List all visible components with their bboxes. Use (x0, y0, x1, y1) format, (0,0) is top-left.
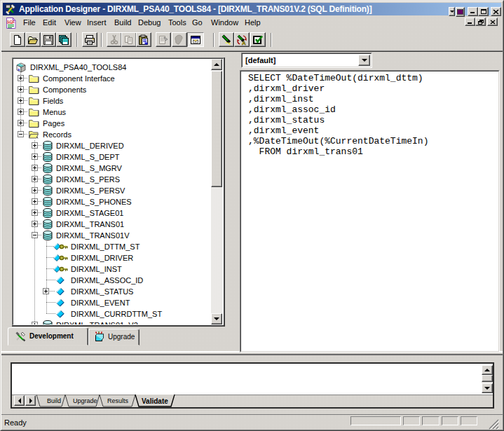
svg-text:Build: Build (47, 397, 61, 404)
svg-text:SQL: SQL (7, 19, 15, 24)
svg-text:Upgrade: Upgrade (73, 397, 97, 404)
svg-text:Validate: Validate (142, 397, 168, 405)
svg-text:A: A (242, 39, 246, 46)
svg-text:Results: Results (107, 397, 129, 404)
